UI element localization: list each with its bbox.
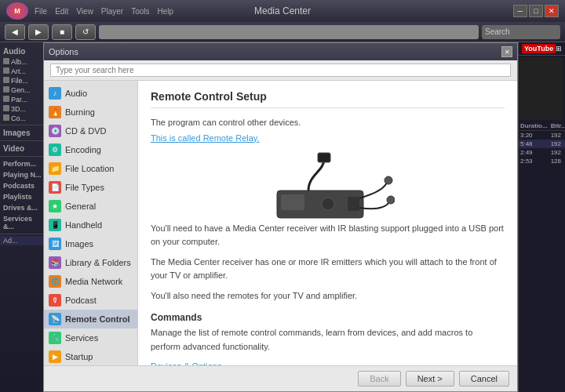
nav-item-library[interactable]: 📚 Library & Folders: [44, 253, 137, 272]
nav-item-encoding[interactable]: ⚙ Encoding: [44, 140, 137, 159]
duration-row-2: 5:48 192: [519, 140, 565, 148]
sidebar-playlists-label: Playlists: [0, 191, 48, 202]
options-search-input[interactable]: [50, 64, 511, 77]
nav-item-cd-dvd[interactable]: 💿 CD & DVD: [44, 122, 137, 140]
nav-item-services[interactable]: 🔧 Services: [44, 328, 137, 347]
nav-bar: ◀ ▶ ■ ↺ Search: [0, 22, 565, 42]
sidebar-divider-3: [0, 156, 48, 157]
menu-view[interactable]: View: [76, 7, 93, 16]
duration-3: 2:49: [519, 148, 549, 157]
nav-item-general[interactable]: ★ General: [44, 197, 137, 216]
duration-table: Duratio... Bitr... 3:20 192 5:48 192 2:4…: [519, 122, 565, 165]
forward-nav-button[interactable]: ▶: [28, 24, 49, 40]
stop-nav-button[interactable]: ■: [52, 24, 72, 40]
services-icon: 🔧: [49, 332, 61, 344]
startup-icon: ▶: [49, 350, 61, 363]
ir-image-area: [151, 151, 505, 214]
menu-help[interactable]: Help: [158, 7, 174, 16]
sidebar-item-par[interactable]: Par...: [0, 95, 48, 104]
duration-2: 5:48: [519, 140, 549, 148]
app-sidebar: Audio Alb... Art... File... Gen... Par..…: [0, 42, 49, 392]
duration-col-header: Duratio...: [519, 122, 549, 131]
nav-item-burning[interactable]: 🔥 Burning: [44, 103, 137, 122]
window-title: Media Center: [254, 5, 311, 16]
cancel-button[interactable]: Cancel: [459, 371, 509, 387]
duration-4: 2:53: [519, 157, 549, 165]
options-dialog: Options ✕ ♪ Audio 🔥 Burning 💿 CD & DVD: [43, 42, 518, 392]
close-button[interactable]: ✕: [545, 5, 559, 17]
sidebar-perform-label: Perform...: [0, 158, 48, 169]
youtube-label: YouTube: [522, 44, 556, 53]
svg-point-2: [322, 198, 334, 210]
maximize-button[interactable]: □: [529, 5, 543, 17]
expand-icon[interactable]: ⊞: [556, 45, 562, 53]
search-bar[interactable]: Search: [482, 25, 560, 39]
bitrate-3: 192: [549, 148, 565, 157]
nav-item-podcast[interactable]: 🎙 Podcast: [44, 291, 137, 310]
general-icon: ★: [49, 200, 61, 212]
bitrate-1: 192: [549, 131, 565, 140]
content-para-1: You'll need to have a Media Center recei…: [151, 222, 505, 249]
svg-point-5: [385, 176, 392, 184]
options-close-button[interactable]: ✕: [501, 46, 512, 57]
address-bar[interactable]: [99, 25, 479, 39]
content-para-2: The Media Center receiver has one or mor…: [151, 256, 505, 283]
burn-icon: 🔥: [49, 106, 61, 118]
file-types-icon: 📄: [49, 181, 61, 194]
nav-item-images[interactable]: 🖼 Images: [44, 234, 137, 253]
commands-desc: Manage the list of remote control comman…: [151, 326, 505, 354]
library-icon: 📚: [49, 256, 61, 269]
nav-item-audio[interactable]: ♪ Audio: [44, 84, 137, 103]
commands-header: Commands: [151, 312, 505, 323]
ir-device-svg: [261, 151, 395, 222]
sidebar-drives-label: Drives &...: [0, 202, 48, 213]
relay-link[interactable]: This is called Remote Relay.: [151, 133, 260, 143]
remote-icon: 📡: [49, 313, 61, 325]
menu-player[interactable]: Player: [101, 7, 123, 16]
options-content: Remote Control Setup The program can con…: [138, 81, 517, 365]
main-area: Audio Alb... Art... File... Gen... Par..…: [0, 42, 565, 392]
audio-icon: ♪: [49, 87, 61, 100]
options-nav: ♪ Audio 🔥 Burning 💿 CD & DVD ⚙ Encoding …: [44, 81, 138, 365]
options-footer: Back Next > Cancel: [44, 365, 517, 391]
refresh-nav-button[interactable]: ↺: [75, 24, 96, 40]
sidebar-item-co[interactable]: Co...: [0, 114, 48, 123]
nav-item-file-location[interactable]: 📁 File Location: [44, 159, 137, 178]
nav-item-remote-control[interactable]: 📡 Remote Control: [44, 310, 137, 328]
options-header: Options ✕: [44, 43, 517, 60]
sidebar-divider-4: [0, 234, 48, 234]
nav-item-startup[interactable]: ▶ Startup: [44, 347, 137, 365]
sidebar-item-file[interactable]: File...: [0, 76, 48, 85]
network-icon: 🌐: [49, 275, 61, 288]
minimize-button[interactable]: ─: [513, 5, 527, 17]
back-nav-button[interactable]: ◀: [5, 24, 25, 40]
sidebar-item-alb[interactable]: Alb...: [0, 57, 48, 67]
ir-device-image: [261, 151, 395, 214]
images-icon: 🖼: [49, 238, 61, 250]
nav-item-handheld[interactable]: 📱 Handheld: [44, 216, 137, 234]
encode-icon: ⚙: [49, 143, 61, 156]
svg-point-6: [387, 196, 395, 204]
menu-edit[interactable]: Edit: [55, 7, 68, 16]
sidebar-audio-label: Audio: [0, 45, 48, 57]
back-button[interactable]: Back: [358, 371, 400, 387]
sidebar-item-add[interactable]: Ad...: [0, 236, 48, 245]
content-description: The program can control other devices.: [151, 116, 505, 129]
sidebar-video-label: Video: [0, 143, 48, 154]
bitrate-4: 128: [549, 157, 565, 165]
sidebar-playing-label: Playing N...: [0, 169, 48, 180]
bitrate-col-header: Bitr...: [549, 122, 565, 131]
nav-item-media-network[interactable]: 🌐 Media Network: [44, 272, 137, 291]
menu-tools[interactable]: Tools: [131, 7, 149, 16]
nav-item-file-types[interactable]: 📄 File Types: [44, 178, 137, 197]
svg-rect-4: [318, 153, 330, 162]
sidebar-item-gen[interactable]: Gen...: [0, 85, 48, 95]
sidebar-services-label: Services &...: [0, 213, 48, 232]
next-button[interactable]: Next >: [406, 371, 454, 387]
duration-row-4: 2:53 128: [519, 157, 565, 165]
sidebar-item-art[interactable]: Art...: [0, 67, 48, 76]
sidebar-item-3d[interactable]: 3D...: [0, 104, 48, 114]
menu-file[interactable]: File: [35, 7, 47, 16]
handheld-icon: 📱: [49, 219, 61, 231]
duration-1: 3:20: [519, 131, 549, 140]
